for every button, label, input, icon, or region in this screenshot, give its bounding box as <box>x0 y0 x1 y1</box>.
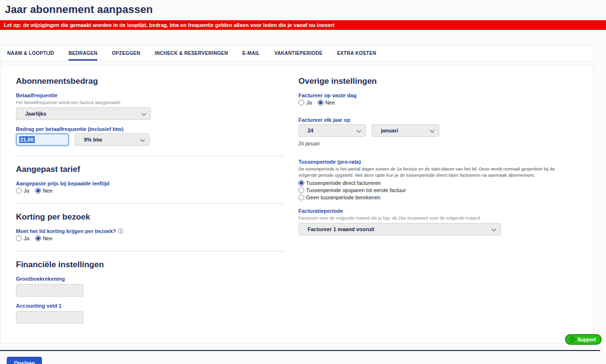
betaalfrequentie-select[interactable]: Jaarlijks <box>16 107 151 120</box>
radio-label: Nee <box>325 100 335 105</box>
bedrag-input[interactable]: 21,00 <box>16 133 69 146</box>
grootboek-label: Grootboekrekening <box>16 276 284 282</box>
divider <box>16 203 284 204</box>
btw-select-wrap: 9% btw <box>75 133 149 146</box>
dag-select[interactable]: 24 <box>298 124 366 137</box>
warning-text: Let op: de wijzigingen die gemaakt worde… <box>4 22 335 28</box>
content-card: Abonnementsbedrag Betaalfrequentie Per b… <box>0 65 593 343</box>
korting-nee-radio[interactable] <box>35 235 41 241</box>
radio-label: Tussenperiode opsparen tot eerste factuu… <box>306 187 406 193</box>
right-column: Overige instellingen Factureer op vaste … <box>298 68 579 324</box>
maand-select-wrap: januari <box>372 124 439 137</box>
tussenperiode-geen-radio[interactable] <box>298 195 304 200</box>
vaste-dag-radios: Ja Nee <box>298 100 579 105</box>
aangepast-tarief-heading: Aangepast tarief <box>16 165 284 174</box>
betaalfrequentie-help: Per betaalfrequentie wordt een factuur a… <box>16 99 284 105</box>
save-button[interactable]: Opslaan <box>7 357 42 364</box>
tab-bedragen[interactable]: BEDRAGEN <box>68 45 97 61</box>
info-icon: ⓘ <box>118 229 123 234</box>
radio-label: Ja <box>306 100 312 105</box>
tussenperiode-label: Tussenperiode (pro-rata) <box>298 159 579 165</box>
grootboekrekening-input[interactable] <box>16 284 83 297</box>
tussenperiode-opsparen[interactable]: Tussenperiode opsparen tot eerste factuu… <box>298 187 579 193</box>
tab-email[interactable]: E-MAIL <box>242 45 260 61</box>
betaalfrequentie-label: Betaalfrequentie <box>16 92 284 98</box>
page-title: Jaar abonnement aanpassen <box>0 0 606 20</box>
korting-heading: Korting per bezoek <box>16 212 284 222</box>
tab-extra-kosten[interactable]: EXTRA KOSTEN <box>337 45 377 61</box>
korting-label: Moet het lid korting krijgen per bezoek?… <box>16 228 284 234</box>
tab-vakantieperiode[interactable]: VAKANTIEPERIODE <box>274 45 323 61</box>
korting-ja[interactable]: Ja <box>16 235 29 241</box>
warning-banner: Let op: de wijzigingen die gemaakt worde… <box>0 20 606 30</box>
elk-jaar-label: Factureer elk jaar op <box>298 117 579 123</box>
radio-label: Nee <box>43 235 53 241</box>
vaste-dag-label: Factureer op vaste dag <box>298 92 579 98</box>
tab-incheck-reserveringen[interactable]: INCHECK & RESERVERINGEN <box>155 45 228 61</box>
betaalfrequentie-select-wrap: Jaarlijks <box>16 107 151 120</box>
tussenperiode-direct-radio[interactable] <box>298 180 304 186</box>
elk-jaar-summary: 24 januari <box>298 141 579 146</box>
financieel-heading: Financiële instellingen <box>16 260 284 270</box>
tussenperiode-help: De tussenperiode is het aantal dagen tus… <box>298 166 568 178</box>
bedrag-value: 21,00 <box>19 136 35 143</box>
overige-instellingen-heading: Overige instellingen <box>298 77 579 86</box>
bedrag-label: Bedrag per betaalfrequentie (inclusief b… <box>16 126 284 132</box>
aangepast-tarief-nee[interactable]: Nee <box>35 188 53 194</box>
korting-radios: Ja Nee <box>16 235 284 241</box>
tab-bar: NAAM & LOOPTIJD BEDRAGEN OPZEGGEN INCHEC… <box>0 45 593 61</box>
support-label: Support <box>578 337 596 342</box>
tussenperiode-radios: Tussenperiode direct factureren Tussenpe… <box>298 180 579 200</box>
tussenperiode-direct[interactable]: Tussenperiode direct factureren <box>298 180 579 186</box>
radio-label: Ja <box>24 235 29 241</box>
vaste-dag-ja[interactable]: Ja <box>298 100 312 105</box>
left-column: Abonnementsbedrag Betaalfrequentie Per b… <box>16 68 284 324</box>
tab-opzeggen[interactable]: OPZEGGEN <box>112 45 140 61</box>
tab-naam-looptijd[interactable]: NAAM & LOOPTIJD <box>7 45 54 61</box>
facturatieperiode-label: Facturatieperiode <box>298 208 579 214</box>
bedrag-row: 21,00 9% btw <box>16 133 284 146</box>
aangepast-tarief-ja[interactable]: Ja <box>16 188 29 194</box>
divider <box>16 156 284 156</box>
radio-label: Nee <box>43 188 53 194</box>
question-icon: ? <box>569 337 575 342</box>
radio-label: Tussenperiode direct factureren <box>306 180 381 186</box>
aangepast-tarief-ja-radio[interactable] <box>16 188 22 194</box>
facturatieperiode-select[interactable]: Factureer 1 maand vooruit <box>298 223 501 235</box>
radio-label: Geen tussenperiode berekenen <box>306 195 380 200</box>
tussenperiode-geen[interactable]: Geen tussenperiode berekenen <box>298 195 579 200</box>
korting-label-text: Moet het lid korting krijgen per bezoek? <box>16 228 116 234</box>
support-button[interactable]: ? Support <box>565 334 602 345</box>
abonnementsbedrag-heading: Abonnementsbedrag <box>16 77 284 86</box>
tussenperiode-opsparen-radio[interactable] <box>298 187 304 193</box>
korting-nee[interactable]: Nee <box>35 235 53 241</box>
korting-ja-radio[interactable] <box>16 235 22 241</box>
aangepast-tarief-radios: Ja Nee <box>16 188 284 194</box>
bottom-divider <box>0 350 600 351</box>
vaste-dag-nee-radio[interactable] <box>318 100 323 105</box>
vaste-dag-nee[interactable]: Nee <box>318 100 335 105</box>
aangepast-tarief-nee-radio[interactable] <box>35 188 41 194</box>
dag-select-wrap: 24 <box>298 124 366 137</box>
aangepast-tarief-label: Aangepaste prijs bij bepaalde leeftijd <box>16 181 284 186</box>
btw-select[interactable]: 9% btw <box>75 133 149 146</box>
accounting-label: Accounting veld 1 <box>16 303 284 309</box>
accounting-veld-input[interactable] <box>16 311 83 324</box>
facturatieperiode-select-wrap: Factureer 1 maand vooruit <box>298 223 501 235</box>
divider <box>16 251 284 251</box>
radio-label: Ja <box>24 188 29 194</box>
maand-select[interactable]: januari <box>372 124 439 137</box>
page: Jaar abonnement aanpassen Let op: de wij… <box>0 0 606 364</box>
elk-jaar-row: 24 januari <box>298 124 579 137</box>
facturatieperiode-help: Factureer voor de volgende maand als je … <box>298 215 579 221</box>
vaste-dag-ja-radio[interactable] <box>298 100 304 105</box>
